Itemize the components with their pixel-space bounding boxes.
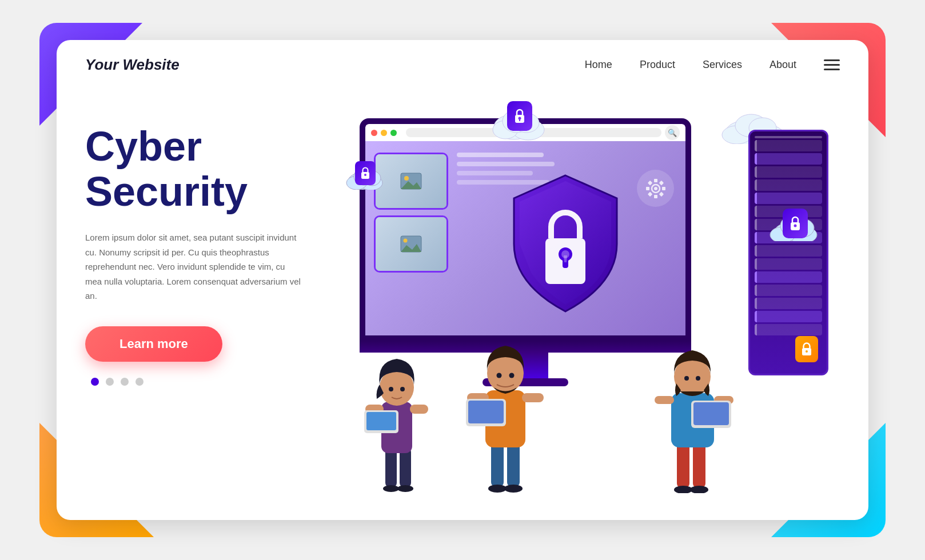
image-card-2 [374,215,448,273]
nav-item-home[interactable]: Home [585,59,612,71]
server-lock-badge [795,336,818,362]
svg-point-76 [690,486,708,493]
svg-point-31 [404,239,408,243]
hamburger-line-2 [824,64,840,66]
server-lock-icon [800,342,813,357]
svg-rect-50 [400,447,411,487]
server-unit-1 [755,140,822,151]
navbar: Your Website Home Product Services About [57,40,868,90]
server-top-bar [755,136,822,138]
server-unit-15 [755,324,822,335]
image-icon-2 [400,235,422,253]
svg-rect-55 [410,405,428,414]
svg-rect-73 [677,442,689,489]
character-woman-svg [360,333,434,493]
pagination-dots [91,378,325,386]
server-unit-13 [755,298,822,309]
lock-icon-right [788,215,803,232]
left-section: Cyber Security Lorem ipsum dolor sit ame… [85,101,325,386]
character-right [651,322,737,495]
nav-link-home[interactable]: Home [585,59,612,70]
svg-point-84 [696,376,700,381]
svg-point-64 [504,485,523,493]
server-unit-12 [755,285,822,296]
svg-point-71 [497,373,502,378]
svg-rect-67 [522,393,544,402]
svg-rect-49 [385,447,397,487]
nav-link-about[interactable]: About [769,59,796,70]
character-woman [360,333,434,495]
server-unit-11 [755,271,822,283]
browser-dot-green [390,130,397,136]
cloud-lock-badge-top [507,101,532,131]
screen-content [365,141,685,335]
svg-point-19 [364,174,366,176]
server-rack [748,130,828,375]
server-unit-9 [755,245,822,257]
shield-container [457,158,674,330]
svg-point-28 [404,176,409,181]
svg-point-59 [389,387,393,391]
learn-more-button[interactable]: Learn more [85,326,222,362]
browser-dot-yellow [381,130,387,136]
svg-point-60 [400,387,405,391]
svg-rect-81 [693,402,729,425]
server-unit-2 [755,153,822,165]
nav-link-product[interactable]: Product [640,59,675,70]
server-unit-14 [755,311,822,322]
server-unit-4 [755,179,822,191]
character-middle [462,316,548,495]
svg-point-6 [519,117,521,120]
brand-logo[interactable]: Your Website [85,56,585,74]
dot-1[interactable] [91,378,99,386]
hamburger-line-3 [824,69,840,70]
lock-icon-left [360,166,371,180]
server-unit-5 [755,193,822,204]
server-unit-3 [755,166,822,178]
right-section: 🔍 [325,101,840,495]
monitor-screen: 🔍 [360,118,691,341]
svg-rect-74 [693,442,705,489]
outer-wrapper: Your Website Home Product Services About [39,23,886,537]
svg-rect-61 [491,442,504,487]
svg-point-63 [488,485,507,493]
nav-link-services[interactable]: Services [703,59,742,70]
svg-point-75 [674,486,692,493]
svg-point-48 [806,350,808,353]
svg-rect-57 [366,412,396,430]
browser-search-btn[interactable]: 🔍 [665,125,680,140]
hero-title: Cyber Security [85,124,325,214]
lock-icon-top [512,107,527,125]
hero-title-line1: Cyber [85,123,202,169]
hamburger-line-1 [824,59,840,61]
svg-point-51 [383,485,399,492]
character-middle-svg [462,316,548,493]
nav-item-about[interactable]: About [769,59,796,71]
svg-point-72 [509,373,515,378]
dot-4[interactable] [135,378,143,386]
svg-rect-62 [507,442,520,487]
svg-point-52 [397,485,413,492]
cloud-lock-badge-right [783,209,808,238]
dot-3[interactable] [121,378,129,386]
nav-links: Home Product Services About [585,59,796,71]
svg-point-83 [684,376,689,381]
main-shield-svg [503,170,628,318]
nav-item-product[interactable]: Product [640,59,675,71]
cloud-right-lock [765,204,823,243]
hero-description: Lorem ipsum dolor sit amet, sea putant s… [85,230,302,303]
svg-point-26 [794,225,797,227]
character-right-svg [651,322,737,493]
cloud-left-small [342,158,388,192]
main-content: Cyber Security Lorem ipsum dolor sit ame… [57,90,868,513]
dot-2[interactable] [106,378,114,386]
hamburger-menu[interactable] [824,59,840,70]
svg-rect-78 [655,396,674,404]
hero-title-line2: Security [85,169,248,214]
cloud-lock-badge-left [355,161,376,185]
main-card: Your Website Home Product Services About [57,40,868,520]
cloud-top-center [485,95,554,143]
nav-item-services[interactable]: Services [703,59,742,71]
text-line-1 [457,153,544,157]
svg-rect-69 [468,401,504,423]
